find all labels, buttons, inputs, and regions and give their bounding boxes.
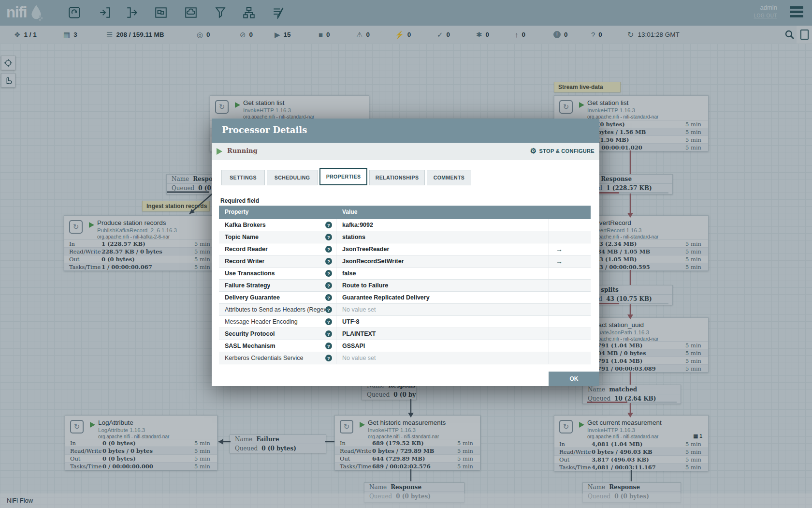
property-value: false: [342, 270, 356, 277]
help-icon[interactable]: ?: [325, 355, 332, 361]
property-name-cell: Use Transactions?: [219, 268, 336, 279]
property-name-cell: Topic Name?: [219, 231, 336, 243]
ok-button[interactable]: OK: [549, 372, 599, 386]
property-name-cell: Delivery Guarantee?: [219, 292, 336, 303]
help-icon[interactable]: ?: [325, 343, 332, 349]
property-value-cell[interactable]: JsonRecordSetWriter: [336, 255, 549, 267]
dialog-body: SETTINGSSCHEDULINGPROPERTIESRELATIONSHIP…: [212, 160, 599, 386]
property-name: Delivery Guarantee: [225, 294, 280, 301]
help-icon[interactable]: ?: [325, 270, 332, 277]
property-extra-cell: [549, 268, 591, 279]
property-value: Guarantee Replicated Delivery: [342, 294, 430, 301]
property-name-cell: Attributes to Send as Headers (Regex)?: [219, 304, 336, 315]
property-row: Failure Strategy?Route to Failure: [219, 279, 591, 291]
property-row: Kerberos User Service?No value set: [219, 364, 591, 364]
property-value-cell[interactable]: stations: [336, 231, 549, 243]
property-extra-cell: →: [549, 243, 591, 255]
dialog-title: Processor Details: [222, 125, 307, 135]
tab-properties[interactable]: PROPERTIES: [319, 168, 367, 185]
property-value-cell[interactable]: UTF-8: [336, 316, 549, 328]
property-name: Kafka Brokers: [225, 222, 266, 228]
property-value: Route to Failure: [342, 282, 388, 289]
property-value-cell[interactable]: Route to Failure: [336, 280, 549, 291]
properties-table: Property Value Kafka Brokers?kafka:9092T…: [219, 206, 591, 364]
running-status-icon: [217, 148, 222, 155]
goto-service-icon[interactable]: →: [556, 257, 563, 265]
property-value: JsonTreeReader: [342, 246, 389, 253]
property-value-cell[interactable]: GSSAPI: [336, 340, 549, 352]
property-extra-cell: [549, 328, 591, 340]
property-value: No value set: [342, 306, 376, 313]
property-row: Kerberos Credentials Service?No value se…: [219, 352, 591, 364]
property-name: Message Header Encoding: [225, 318, 298, 325]
help-icon[interactable]: ?: [325, 330, 332, 337]
dialog-tabs: SETTINGSSCHEDULINGPROPERTIESRELATIONSHIP…: [221, 168, 471, 185]
property-name-cell: Kafka Brokers?: [219, 219, 336, 231]
property-extra-cell: [549, 352, 591, 364]
running-status-text: Running: [227, 147, 258, 154]
property-row: SASL Mechanism?GSSAPI: [219, 340, 591, 352]
dialog-status-bar: Running ⚙ STOP & CONFIGURE: [212, 143, 599, 160]
property-value-cell[interactable]: Guarantee Replicated Delivery: [336, 292, 549, 303]
property-row: Attributes to Send as Headers (Regex)?No…: [219, 303, 591, 315]
tab-settings[interactable]: SETTINGS: [221, 170, 265, 185]
help-icon[interactable]: ?: [325, 234, 332, 240]
tab-comments[interactable]: COMMENTS: [427, 170, 471, 185]
property-name: Record Writer: [225, 258, 264, 265]
gear-icon: ⚙: [530, 147, 537, 154]
processor-details-dialog: Processor Details Running ⚙ STOP & CONFI…: [212, 119, 599, 386]
property-value-cell[interactable]: kafka:9092: [336, 219, 549, 231]
properties-table-header: Property Value: [219, 206, 591, 219]
property-row: Record Writer?JsonRecordSetWriter→: [219, 255, 591, 267]
property-extra-cell: [549, 316, 591, 328]
property-name-cell: SASL Mechanism?: [219, 340, 336, 352]
property-name-cell: Security Protocol?: [219, 328, 336, 340]
help-icon[interactable]: ?: [325, 306, 332, 313]
property-value-cell[interactable]: PLAINTEXT: [336, 328, 549, 340]
property-value: JsonRecordSetWriter: [342, 258, 404, 265]
property-extra-cell: [549, 231, 591, 243]
property-row: Delivery Guarantee?Guarantee Replicated …: [219, 291, 591, 303]
property-row: Topic Name?stations: [219, 231, 591, 243]
tab-scheduling[interactable]: SCHEDULING: [267, 170, 318, 185]
property-value: PLAINTEXT: [342, 330, 376, 337]
property-name: Topic Name: [225, 234, 259, 240]
property-row: Message Header Encoding?UTF-8: [219, 315, 591, 328]
property-value-cell: No value set: [336, 352, 549, 364]
property-name-cell: Failure Strategy?: [219, 280, 336, 291]
property-value: GSSAPI: [342, 343, 365, 349]
property-value-cell: No value set: [336, 304, 549, 315]
property-name: Security Protocol: [225, 330, 275, 337]
stop-and-configure-button[interactable]: ⚙ STOP & CONFIGURE: [530, 147, 594, 154]
property-name: Kerberos Credentials Service: [225, 355, 304, 361]
property-row: Record Reader?JsonTreeReader→: [219, 243, 591, 255]
property-value-cell[interactable]: JsonTreeReader: [336, 243, 549, 255]
help-icon[interactable]: ?: [325, 246, 332, 253]
property-value-cell[interactable]: false: [336, 268, 549, 279]
property-row: Kafka Brokers?kafka:9092: [219, 219, 591, 231]
help-icon[interactable]: ?: [325, 258, 332, 265]
property-extra-cell: →: [549, 255, 591, 267]
property-extra-cell: [549, 340, 591, 352]
required-field-note: Required field: [220, 197, 259, 204]
dialog-header: Processor Details: [212, 119, 599, 143]
property-name: Record Reader: [225, 246, 268, 253]
tab-relationships[interactable]: RELATIONSHIPS: [369, 170, 425, 185]
help-icon[interactable]: ?: [325, 222, 332, 228]
property-name-cell: Record Writer?: [219, 255, 336, 267]
goto-service-icon[interactable]: →: [556, 245, 563, 253]
property-row: Use Transactions?false: [219, 267, 591, 279]
property-value: kafka:9092: [342, 222, 373, 228]
help-icon[interactable]: ?: [325, 282, 332, 289]
property-extra-cell: [549, 219, 591, 231]
property-name: SASL Mechanism: [225, 343, 276, 349]
property-column-header: Property: [219, 206, 336, 219]
help-icon[interactable]: ?: [325, 294, 332, 301]
property-extra-cell: [549, 304, 591, 315]
property-extra-cell: [549, 292, 591, 303]
property-name: Failure Strategy: [225, 282, 270, 289]
value-column-header: Value: [336, 206, 549, 219]
property-value: UTF-8: [342, 318, 359, 325]
help-icon[interactable]: ?: [325, 318, 332, 325]
property-name: Attributes to Send as Headers (Regex): [225, 306, 325, 313]
